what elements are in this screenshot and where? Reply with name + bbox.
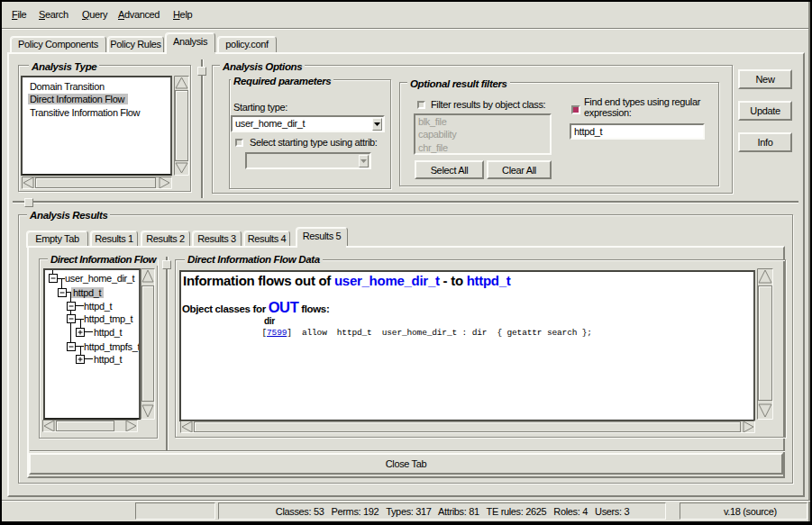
svg-text:httpd_t: httpd_t [94,327,122,338]
svg-text:httpd_tmp_t: httpd_tmp_t [84,313,133,324]
svg-text:user_home_dir_t: user_home_dir_t [65,273,135,284]
svg-text:httpd_t: httpd_t [84,301,112,312]
svg-text:httpd_t: httpd_t [94,354,122,365]
svg-text:httpd_tmpfs_t: httpd_tmpfs_t [84,341,139,352]
svg-text:httpd_t: httpd_t [73,287,101,298]
